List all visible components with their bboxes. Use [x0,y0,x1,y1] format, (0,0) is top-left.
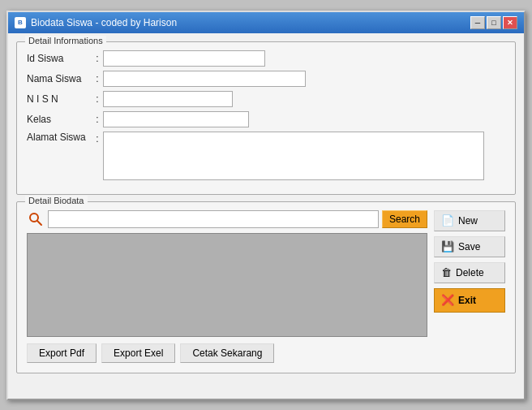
kelas-input[interactable] [103,111,249,127]
new-icon: 📄 [441,215,454,226]
svg-line-1 [37,221,41,225]
kelas-row: Kelas : [27,111,505,127]
detail-informations-group: Detail Informations Id Siswa : Nama Sisw… [16,41,516,195]
search-input[interactable] [48,210,379,228]
nama-siswa-row: Nama Siswa : [27,71,505,87]
left-panel: Search [27,210,427,337]
id-siswa-row: Id Siswa : [27,50,505,67]
detail-informations-label: Detail Informations [25,36,106,45]
search-icon [28,212,43,227]
title-bar: B Biodata Siswa - coded by Harison ─ □ ✕ [8,12,524,33]
window-title: Biodata Siswa - coded by Harison [31,17,177,28]
save-button[interactable]: 💾 Save [434,236,505,257]
nisn-label: N I S N [27,93,92,105]
delete-icon: 🗑 [441,267,452,278]
export-excel-button[interactable]: Export Exel [101,343,175,363]
search-button[interactable]: Search [382,210,427,228]
delete-button[interactable]: 🗑 Delete [434,262,505,283]
kelas-label: Kelas [27,114,92,125]
save-icon: 💾 [441,241,454,252]
exit-button[interactable]: ❌ Exit [434,288,505,313]
alamat-label: Alamat Siswa [27,132,92,143]
id-siswa-label: Id Siswa [27,53,92,64]
data-table [27,233,427,337]
alamat-row: Alamat Siswa : [27,132,505,180]
nama-siswa-input[interactable] [103,71,306,87]
nisn-row: N I S N : [27,91,505,107]
search-icon-box [27,210,45,228]
export-pdf-button[interactable]: Export Pdf [27,343,97,363]
new-button[interactable]: 📄 New [434,210,505,231]
search-row: Search [27,210,427,228]
maximize-button[interactable]: □ [487,16,501,29]
id-siswa-input[interactable] [103,50,265,67]
right-action-panel: 📄 New 💾 Save 🗑 Delete ❌ Exit [434,210,505,337]
cetak-button[interactable]: Cetak Sekarang [180,343,274,363]
app-icon: B [15,17,26,28]
detail-biodata-label: Detail Biodata [25,196,88,205]
minimize-button[interactable]: ─ [470,16,485,29]
exit-icon: ❌ [441,295,454,305]
detail-biodata-group: Detail Biodata Search [16,201,516,373]
main-window: B Biodata Siswa - coded by Harison ─ □ ✕… [6,11,526,400]
nisn-input[interactable] [103,91,233,107]
close-button[interactable]: ✕ [503,16,517,29]
alamat-input[interactable] [103,132,484,180]
window-controls: ─ □ ✕ [470,16,517,29]
nama-siswa-label: Nama Siswa [27,73,92,84]
window-body: Detail Informations Id Siswa : Nama Sisw… [8,33,524,388]
bottom-buttons-row: Export Pdf Export Exel Cetak Sekarang [27,343,505,363]
